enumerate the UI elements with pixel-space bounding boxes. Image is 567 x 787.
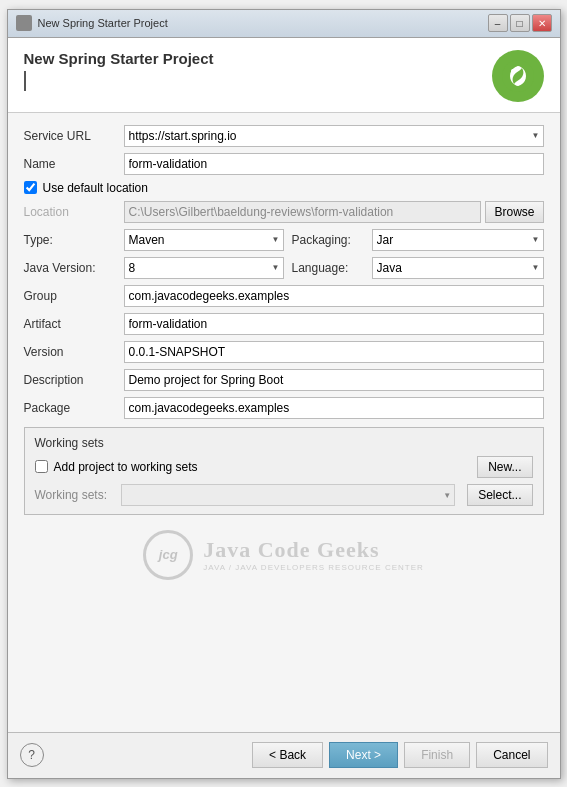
version-row: Version xyxy=(24,341,544,363)
close-button[interactable]: ✕ xyxy=(532,14,552,32)
type-packaging-row: Type: Maven Gradle Packaging: Jar War xyxy=(24,229,544,251)
artifact-label: Artifact xyxy=(24,317,124,331)
package-label: Package xyxy=(24,401,124,415)
version-label: Version xyxy=(24,345,124,359)
header-area: New Spring Starter Project xyxy=(8,38,560,113)
service-url-label: Service URL xyxy=(24,129,124,143)
artifact-row: Artifact xyxy=(24,313,544,335)
window-icon xyxy=(16,15,32,31)
artifact-input[interactable] xyxy=(124,313,544,335)
new-working-set-button[interactable]: New... xyxy=(477,456,532,478)
select-working-set-button[interactable]: Select... xyxy=(467,484,532,506)
use-default-location-checkbox[interactable] xyxy=(24,181,37,194)
packaging-label: Packaging: xyxy=(292,233,372,247)
language-select-wrapper: Java Kotlin Groovy xyxy=(372,257,544,279)
header-content: New Spring Starter Project xyxy=(24,50,214,91)
main-window: New Spring Starter Project – □ ✕ New Spr… xyxy=(7,9,561,779)
form-content: Service URL https://start.spring.io Name… xyxy=(8,113,560,732)
jcg-logo: jcg xyxy=(143,530,193,580)
finish-button[interactable]: Finish xyxy=(404,742,470,768)
version-input[interactable] xyxy=(124,341,544,363)
location-label: Location xyxy=(24,205,124,219)
type-select-wrapper: Maven Gradle xyxy=(124,229,284,251)
title-bar: New Spring Starter Project – □ ✕ xyxy=(8,10,560,38)
working-sets-select[interactable] xyxy=(121,484,456,506)
service-url-row: Service URL https://start.spring.io xyxy=(24,125,544,147)
dialog-title: New Spring Starter Project xyxy=(24,50,214,67)
back-button[interactable]: < Back xyxy=(252,742,323,768)
java-version-select-wrapper: 8 11 17 xyxy=(124,257,284,279)
java-version-label: Java Version: xyxy=(24,261,124,275)
service-url-select-wrapper: https://start.spring.io xyxy=(124,125,544,147)
working-sets-select-wrapper xyxy=(121,484,456,506)
cancel-button[interactable]: Cancel xyxy=(476,742,547,768)
next-button[interactable]: Next > xyxy=(329,742,398,768)
watermark: jcg Java Code Geeks Java / Java Develope… xyxy=(143,530,424,580)
description-label: Description xyxy=(24,373,124,387)
packaging-select-wrapper: Jar War xyxy=(372,229,544,251)
location-row: Location Browse xyxy=(24,201,544,223)
use-default-location-label: Use default location xyxy=(43,181,148,195)
working-sets-group: Working sets Add project to working sets… xyxy=(24,427,544,515)
name-row: Name xyxy=(24,153,544,175)
footer-buttons: < Back Next > Finish Cancel xyxy=(44,742,548,768)
type-select[interactable]: Maven Gradle xyxy=(124,229,284,251)
language-label: Language: xyxy=(292,261,372,275)
jcg-brand-name: Java Code Geeks xyxy=(203,537,424,563)
minimize-button[interactable]: – xyxy=(488,14,508,32)
group-input[interactable] xyxy=(124,285,544,307)
add-to-working-sets-checkbox[interactable] xyxy=(35,460,48,473)
help-button[interactable]: ? xyxy=(20,743,44,767)
browse-button[interactable]: Browse xyxy=(485,201,543,223)
location-input[interactable] xyxy=(124,201,482,223)
maximize-button[interactable]: □ xyxy=(510,14,530,32)
java-version-select[interactable]: 8 11 17 xyxy=(124,257,284,279)
watermark-area: jcg Java Code Geeks Java / Java Develope… xyxy=(24,515,544,595)
working-sets-select-label: Working sets: xyxy=(35,488,115,502)
add-to-working-sets-label: Add project to working sets xyxy=(35,460,198,474)
working-sets-select-row: Working sets: Select... xyxy=(35,484,533,506)
svg-point-1 xyxy=(511,69,515,73)
title-bar-buttons: – □ ✕ xyxy=(488,14,552,32)
svg-point-0 xyxy=(502,60,534,92)
use-default-location-row: Use default location xyxy=(24,181,544,195)
package-row: Package xyxy=(24,397,544,419)
package-input[interactable] xyxy=(124,397,544,419)
jcg-tagline: Java / Java Developers Resource Center xyxy=(203,563,424,572)
working-sets-checkbox-row: Add project to working sets New... xyxy=(35,456,533,478)
group-row: Group xyxy=(24,285,544,307)
jcg-brand: Java Code Geeks Java / Java Developers R… xyxy=(203,537,424,572)
footer: ? < Back Next > Finish Cancel xyxy=(8,732,560,778)
name-input[interactable] xyxy=(124,153,544,175)
description-input[interactable] xyxy=(124,369,544,391)
spring-logo xyxy=(492,50,544,102)
name-label: Name xyxy=(24,157,124,171)
spring-logo-svg xyxy=(500,58,536,94)
working-sets-title: Working sets xyxy=(35,436,533,450)
language-select[interactable]: Java Kotlin Groovy xyxy=(372,257,544,279)
cursor-indicator xyxy=(24,71,26,91)
title-bar-text: New Spring Starter Project xyxy=(38,17,488,29)
java-language-row: Java Version: 8 11 17 Language: Java Kot… xyxy=(24,257,544,279)
type-label: Type: xyxy=(24,233,124,247)
packaging-select[interactable]: Jar War xyxy=(372,229,544,251)
service-url-select[interactable]: https://start.spring.io xyxy=(124,125,544,147)
description-row: Description xyxy=(24,369,544,391)
group-label: Group xyxy=(24,289,124,303)
